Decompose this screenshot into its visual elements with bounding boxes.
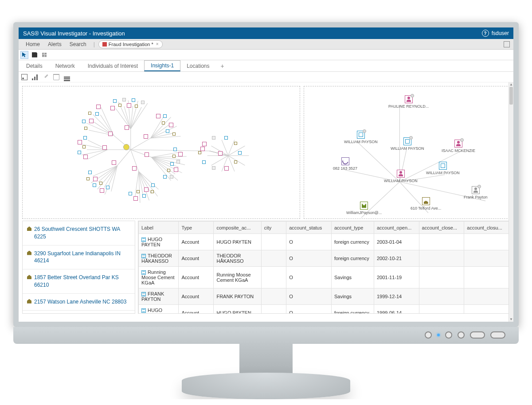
- tab-details[interactable]: Details: [20, 60, 49, 71]
- network-node[interactable]: [133, 196, 138, 201]
- network-node[interactable]: [173, 148, 177, 151]
- nav-home[interactable]: Home: [22, 40, 43, 49]
- col-close[interactable]: account_close...: [419, 222, 464, 234]
- nav-alerts[interactable]: Alerts: [44, 40, 65, 49]
- scrollbar-thumb[interactable]: [509, 87, 513, 105]
- pointer-tool-button[interactable]: [20, 51, 28, 59]
- table-row[interactable]: HUGO PAYTEN AccountHUGO PAYTENO foreign …: [139, 305, 509, 314]
- network-node[interactable]: [82, 145, 86, 148]
- save-button[interactable]: [31, 51, 38, 58]
- network-node[interactable]: [144, 134, 148, 139]
- network-node[interactable]: [176, 160, 180, 164]
- node-phone[interactable]: 082 163 3527: [333, 157, 357, 171]
- image-icon[interactable]: [21, 74, 27, 80]
- chart-icon[interactable]: [32, 74, 38, 80]
- network-node[interactable]: [137, 190, 140, 193]
- network-node[interactable]: [83, 155, 88, 159]
- network-node[interactable]: [132, 98, 135, 102]
- network-node[interactable]: [234, 160, 237, 164]
- network-node[interactable]: [88, 171, 92, 174]
- network-node[interactable]: [167, 169, 170, 172]
- network-node[interactable]: [169, 123, 173, 127]
- network-node[interactable]: [166, 129, 169, 133]
- network-node[interactable]: [145, 152, 149, 157]
- tab-individuals[interactable]: Individuals of Interest: [81, 60, 145, 71]
- node-william-center[interactable]: WILLIAM PAYSON: [384, 170, 418, 183]
- nav-search[interactable]: Search: [66, 40, 90, 49]
- network-node[interactable]: [234, 142, 237, 145]
- tab-add[interactable]: +: [216, 60, 229, 71]
- network-center-node[interactable]: [123, 144, 129, 150]
- node-pauline[interactable]: PAULINE REYNOLD...: [388, 95, 429, 109]
- network-node[interactable]: [78, 151, 81, 154]
- table-row[interactable]: FRANK PAYTON AccountFRANK PAYTONO Saving…: [139, 288, 509, 305]
- maximize-icon[interactable]: [504, 41, 510, 47]
- col-closu[interactable]: account_closu...: [464, 222, 509, 234]
- help-icon[interactable]: ?: [482, 30, 489, 37]
- network-node[interactable]: [132, 166, 137, 171]
- network-node[interactable]: [125, 125, 129, 130]
- col-label[interactable]: Label: [139, 222, 179, 234]
- network-node[interactable]: [224, 166, 229, 171]
- network-node[interactable]: [198, 151, 201, 154]
- col-status[interactable]: account_status: [286, 222, 332, 234]
- network-node[interactable]: [162, 121, 165, 125]
- network-node[interactable]: [113, 99, 117, 103]
- address-item[interactable]: 26 Southwell Crescent SHOTTS WA 6225: [23, 221, 135, 245]
- network-node[interactable]: [156, 114, 160, 118]
- network-node[interactable]: [127, 103, 131, 108]
- col-acct-type[interactable]: account_type: [331, 222, 374, 234]
- user-name[interactable]: fsduser: [492, 30, 509, 36]
- network-node[interactable]: [93, 183, 96, 187]
- pin-icon[interactable]: [41, 73, 50, 82]
- network-node[interactable]: [83, 136, 87, 140]
- network-node[interactable]: [174, 167, 178, 172]
- trash-icon[interactable]: [53, 74, 59, 80]
- network-node[interactable]: [212, 166, 215, 170]
- vertical-scrollbar[interactable]: ▲ ▼: [509, 82, 513, 322]
- col-city[interactable]: city: [261, 222, 286, 234]
- network-node[interactable]: [84, 127, 87, 130]
- node-william-2[interactable]: WILLIAM PAYSON: [391, 137, 424, 151]
- tab-locations[interactable]: Locations: [180, 60, 216, 71]
- network-node[interactable]: [163, 175, 167, 179]
- col-open[interactable]: account_open...: [374, 222, 419, 234]
- node-frank[interactable]: Frank Payton: [464, 186, 488, 199]
- address-item[interactable]: 1857 Better Street Overland Par KS 66210: [23, 269, 135, 294]
- table-row[interactable]: HUGO PAYTEN AccountHUGO PAYTENO foreign …: [139, 234, 509, 250]
- network-node[interactable]: [141, 101, 145, 104]
- network-node[interactable]: [202, 160, 206, 164]
- network-graph-large[interactable]: [22, 86, 300, 219]
- network-node[interactable]: [93, 177, 98, 181]
- scroll-down-icon[interactable]: ▼: [509, 317, 513, 322]
- table-row[interactable]: THEODOR HÅKANSSO AccountTHEODOR HÅKANSSO…: [139, 250, 509, 267]
- network-node[interactable]: [178, 152, 183, 156]
- network-node[interactable]: [151, 190, 154, 193]
- col-type[interactable]: Type: [179, 222, 214, 234]
- network-node[interactable]: [212, 136, 215, 140]
- network-node[interactable]: [100, 188, 104, 193]
- network-graph-detail[interactable]: PAULINE REYNOLD... WILLIAM PAYSON WILLIA…: [304, 86, 510, 219]
- tab-network[interactable]: Network: [49, 60, 82, 71]
- table-row[interactable]: Running Moose Cement KGaA AccountRunning…: [139, 267, 509, 288]
- network-node[interactable]: [106, 186, 110, 189]
- network-node[interactable]: [170, 162, 174, 166]
- network-node[interactable]: [96, 105, 101, 109]
- network-node[interactable]: [129, 192, 132, 195]
- network-node[interactable]: [89, 119, 94, 123]
- network-node[interactable]: [172, 155, 176, 158]
- network-node[interactable]: [86, 177, 90, 180]
- list-icon[interactable]: [64, 77, 70, 78]
- tab-insights[interactable]: Insights-1: [144, 60, 180, 71]
- network-node[interactable]: [112, 160, 116, 165]
- network-node[interactable]: [95, 112, 99, 116]
- network-node[interactable]: [78, 140, 82, 144]
- node-telford[interactable]: 610 Telford Ave...: [411, 197, 441, 210]
- network-node[interactable]: [218, 151, 223, 156]
- network-node[interactable]: [108, 132, 113, 136]
- network-node[interactable]: [238, 151, 242, 155]
- node-william-1[interactable]: WILLIAM PAYSON: [344, 131, 378, 144]
- grid-button[interactable]: [41, 51, 48, 58]
- address-item[interactable]: 610 Telford Ave Hotazel Northern: [23, 311, 135, 314]
- network-node[interactable]: [102, 145, 107, 150]
